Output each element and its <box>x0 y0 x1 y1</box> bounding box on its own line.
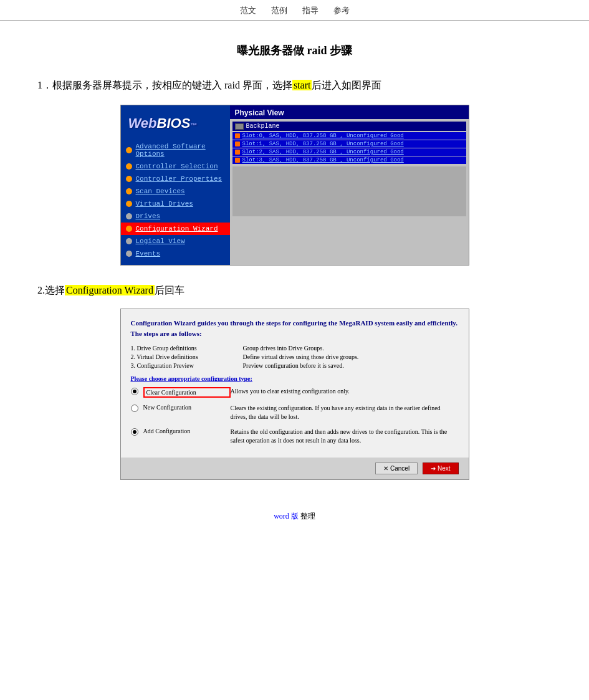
sidebar-label: Logical View <box>136 237 185 245</box>
sidebar-label: Drives <box>136 213 161 220</box>
backplane-row: Backplane <box>232 122 466 131</box>
cancel-button[interactable]: ✕ Cancel <box>375 463 418 474</box>
config-steps-list: 1. Drive Group definitions Group drives … <box>131 345 459 369</box>
bullet-icon <box>126 251 132 257</box>
option-clear-desc: Allows you to clear existing configurati… <box>231 387 459 396</box>
sidebar-item-events[interactable]: Events <box>121 247 230 260</box>
option-add-name: Add Configuration <box>143 428 231 434</box>
gray-area <box>232 166 466 216</box>
drive-dot-icon <box>235 150 240 155</box>
sidebar-label: Scan Devices <box>136 188 185 195</box>
sidebar-item-scan-devices[interactable]: Scan Devices <box>121 185 230 198</box>
option-new-desc: Clears the existing configuration. If yo… <box>231 404 459 421</box>
footer-link[interactable]: word 版 <box>274 512 299 520</box>
step1-highlight: start <box>292 80 312 90</box>
screenshot-webbios: WebBIOS™ Advanced Software Options Contr… <box>120 105 469 266</box>
config-step-row-2: 3. Configuration Preview Preview configu… <box>131 362 459 369</box>
backplane-label: Backplane <box>246 123 280 130</box>
bullet-icon <box>126 147 132 153</box>
drive-label-1: Slot:1, SAS, HDD, 837.258 GB , Unconfigu… <box>242 141 404 147</box>
step1-prefix: 1．根据服务器屏幕提示，按相应的键进入 raid 界面，选择 <box>37 80 292 90</box>
step-label-1: 2. Virtual Drive definitions <box>131 353 243 360</box>
step-label-0: 1. Drive Group definitions <box>131 345 243 352</box>
webbios-sidebar: WebBIOS™ Advanced Software Options Contr… <box>121 105 230 265</box>
bullet-icon <box>126 188 132 194</box>
bullet-icon <box>126 213 132 219</box>
step2-highlight: Configuration Wizard <box>65 285 155 295</box>
drive-label-3: Slot:3, SAS, HDD, 837.258 GB , Unconfigu… <box>242 157 404 163</box>
page-footer: word 版 整理 <box>37 499 552 528</box>
step2-suffix: 后回车 <box>155 285 184 295</box>
option-new[interactable]: New Configuration Clears the existing co… <box>131 404 459 421</box>
menu-item-cankao[interactable]: 参考 <box>333 5 350 16</box>
option-new-name: New Configuration <box>143 404 231 411</box>
option-add-desc: Retains the old configuration and then a… <box>231 428 459 445</box>
sidebar-label: Advanced Software Options <box>136 143 225 158</box>
sidebar-item-controller-properties[interactable]: Controller Properties <box>121 173 230 185</box>
drive-label-0: Slot:0, SAS, HDD, 837.258 GB , Unconfigu… <box>242 133 404 139</box>
sidebar-label: Virtual Drives <box>136 200 193 208</box>
physical-view-panel: Physical View Backplane Slot:0, SAS, HDD… <box>230 105 469 265</box>
drive-dot-icon <box>235 141 240 146</box>
webbios-logo: WebBIOS™ <box>121 110 230 140</box>
sidebar-label: Controller Selection <box>136 163 218 170</box>
next-button[interactable]: ➜ Next <box>423 463 458 474</box>
menu-item-zhidao[interactable]: 指导 <box>302 5 318 16</box>
step1-suffix: 后进入如图界面 <box>312 80 381 90</box>
drive-dot-icon <box>235 133 240 138</box>
drive-row-1[interactable]: Slot:1, SAS, HDD, 837.258 GB , Unconfigu… <box>232 140 466 148</box>
step-desc-2: Preview configuration before it is saved… <box>243 362 459 369</box>
sidebar-label: Events <box>136 250 161 257</box>
radio-add[interactable] <box>131 428 138 436</box>
step2-prefix: 2.选择 <box>37 285 65 295</box>
step-desc-0: Group drives into Drive Groups. <box>243 345 459 352</box>
step1-heading: 1．根据服务器屏幕提示，按相应的键进入 raid 界面，选择start后进入如图… <box>37 77 552 93</box>
doc-title: 曝光服务器做 raid 步骤 <box>37 43 552 58</box>
choose-config-label: Please choose appropriate configuration … <box>131 375 459 382</box>
top-menu: 范文 范例 指导 参考 <box>0 0 589 21</box>
sidebar-label: Configuration Wizard <box>136 225 218 233</box>
step2-heading: 2.选择Configuration Wizard后回车 <box>37 284 552 297</box>
radio-clear-dot <box>133 390 136 393</box>
bullet-icon <box>126 163 132 170</box>
option-clear-name: Clear Configuration <box>143 387 231 398</box>
config-wizard-title: Configuration Wizard guides you through … <box>131 318 459 338</box>
config-footer: ✕ Cancel ➜ Next <box>121 458 469 479</box>
bullet-icon <box>126 201 132 207</box>
sidebar-item-virtual-drives[interactable]: Virtual Drives <box>121 198 230 210</box>
drive-row-0[interactable]: Slot:0, SAS, HDD, 837.258 GB , Unconfigu… <box>232 132 466 140</box>
radio-add-dot <box>133 430 136 434</box>
option-clear[interactable]: Clear Configuration Allows you to clear … <box>131 387 459 398</box>
drive-dot-icon <box>235 158 240 163</box>
menu-item-fanwen[interactable]: 范文 <box>240 5 256 16</box>
sidebar-item-drives[interactable]: Drives <box>121 210 230 223</box>
bullet-icon <box>126 176 132 182</box>
option-add[interactable]: Add Configuration Retains the old config… <box>131 428 459 445</box>
drive-row-3[interactable]: Slot:3, SAS, HDD, 837.258 GB , Unconfigu… <box>232 156 466 164</box>
radio-clear[interactable] <box>131 388 138 395</box>
sidebar-item-config-wizard[interactable]: Configuration Wizard <box>121 223 230 235</box>
step-label-2: 3. Configuration Preview <box>131 362 243 369</box>
bullet-icon <box>126 226 132 232</box>
sidebar-item-advanced[interactable]: Advanced Software Options <box>121 140 230 160</box>
config-step-row-1: 2. Virtual Drive definitions Define virt… <box>131 353 459 360</box>
sidebar-label: Controller Properties <box>136 175 223 183</box>
config-wizard-screenshot: Configuration Wizard guides you through … <box>120 309 469 480</box>
physical-view-header: Physical View <box>230 105 469 119</box>
menu-item-fanli[interactable]: 范例 <box>271 5 287 16</box>
drive-label-2: Slot:2, SAS, HDD, 837.258 GB , Unconfigu… <box>242 149 404 155</box>
footer-text: 整理 <box>299 512 315 520</box>
config-step-row-0: 1. Drive Group definitions Group drives … <box>131 345 459 352</box>
physical-view-content: Backplane Slot:0, SAS, HDD, 837.258 GB ,… <box>230 119 469 265</box>
drive-row-2[interactable]: Slot:2, SAS, HDD, 837.258 GB , Unconfigu… <box>232 148 466 156</box>
radio-new[interactable] <box>131 405 138 412</box>
bullet-icon <box>126 238 132 244</box>
sidebar-item-controller-selection[interactable]: Controller Selection <box>121 160 230 173</box>
sidebar-item-logical-view[interactable]: Logical View <box>121 235 230 247</box>
drive-icon <box>235 123 244 130</box>
step-desc-1: Define virtual drives using those drive … <box>243 353 459 360</box>
